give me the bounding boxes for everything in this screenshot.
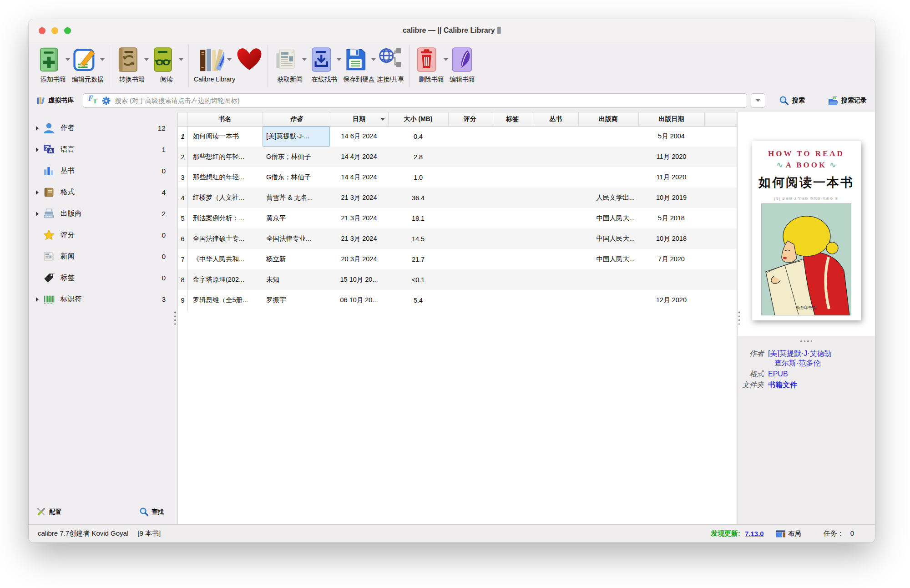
get-books-button[interactable]: 在线找书	[308, 43, 341, 84]
cell-pubdate[interactable]: 5月 2018	[638, 208, 704, 228]
cell-date[interactable]: 14 4月 2024	[330, 147, 388, 167]
cell-authors-selected[interactable]: [美]莫提默·J·...	[263, 126, 330, 147]
cell-title[interactable]: 全国法律硕士专...	[187, 228, 263, 249]
cell-size[interactable]: 36.4	[388, 188, 448, 208]
cell-tags[interactable]	[492, 269, 533, 290]
dropdown-arrow-icon[interactable]	[337, 58, 341, 61]
format-link[interactable]: EPUB	[768, 370, 832, 379]
edit-book-button[interactable]: 编辑书籍	[449, 43, 475, 84]
header-series[interactable]: 丛书	[533, 112, 578, 126]
cell-rating[interactable]	[448, 167, 492, 188]
cell-publisher[interactable]	[578, 126, 638, 147]
cell-tags[interactable]	[492, 208, 533, 228]
save-to-disk-button[interactable]: 保存到硬盘	[342, 43, 376, 84]
cell-rating[interactable]	[448, 147, 492, 167]
expand-arrow-icon[interactable]	[33, 126, 41, 131]
remove-books-button[interactable]: 删除书籍	[415, 43, 448, 84]
sidebar-item-news[interactable]: 新闻 0	[29, 246, 177, 267]
dropdown-arrow-icon[interactable]	[144, 58, 149, 61]
dropdown-arrow-icon[interactable]	[444, 58, 448, 61]
cell-size[interactable]: 0.4	[388, 126, 448, 147]
cell-series[interactable]	[533, 167, 578, 188]
cell-size[interactable]: 18.1	[388, 208, 448, 228]
cell-rating[interactable]	[448, 249, 492, 269]
cell-series[interactable]	[533, 147, 578, 167]
cell-title[interactable]: 罗辑思维（全5册...	[187, 290, 263, 310]
expand-arrow-icon[interactable]	[33, 147, 41, 152]
header-size[interactable]: 大小 (MB)	[388, 112, 448, 126]
author-link[interactable]: 查尔斯·范多伦	[768, 359, 832, 368]
cell-authors[interactable]: 未知	[263, 269, 330, 290]
search-button[interactable]: 搜索	[779, 96, 805, 106]
sidebar-item-formats[interactable]: 格式 4	[29, 182, 177, 203]
expand-arrow-icon[interactable]	[33, 190, 41, 195]
cell-date[interactable]: 20 3月 2024	[330, 249, 388, 269]
cell-series[interactable]	[533, 290, 578, 310]
cell-date[interactable]: 21 3月 2024	[330, 208, 388, 228]
configure-button[interactable]: 配置	[36, 507, 61, 517]
saved-searches-button[interactable]: 搜索记录	[828, 96, 867, 106]
cell-authors[interactable]: 杨立新	[263, 249, 330, 269]
edit-metadata-button[interactable]: 编辑元数据	[71, 43, 105, 84]
fulltext-search-icon[interactable]: F T	[88, 96, 98, 106]
dropdown-arrow-icon[interactable]	[179, 58, 183, 61]
sidebar-item-tags[interactable]: 标签 0	[29, 267, 177, 289]
cell-pubdate[interactable]: 5月 2004	[638, 126, 704, 147]
close-button[interactable]	[39, 27, 46, 34]
cell-pubdate[interactable]: 7月 2020	[638, 249, 704, 269]
sidebar-item-languages[interactable]: A 语言 1	[29, 139, 177, 160]
cell-title[interactable]: 刑法案例分析：...	[187, 208, 263, 228]
cell-authors[interactable]: G僧东；林仙子	[263, 147, 330, 167]
cell-authors[interactable]: 罗振宇	[263, 290, 330, 310]
cell-pubdate[interactable]: 12月 2020	[638, 290, 704, 310]
cell-rating[interactable]	[448, 290, 492, 310]
dropdown-arrow-icon[interactable]	[302, 58, 307, 61]
cell-title[interactable]: 那些想红的年轻...	[187, 167, 263, 188]
sidebar-item-rating[interactable]: 评分 0	[29, 224, 177, 246]
cell-publisher[interactable]	[578, 290, 638, 310]
cell-title[interactable]: 如何阅读一本书	[187, 126, 263, 147]
cell-date[interactable]: 15 10月 20...	[330, 269, 388, 290]
cell-size[interactable]: 1.0	[388, 167, 448, 188]
sidebar-item-authors[interactable]: 作者 12	[29, 117, 177, 139]
add-books-button[interactable]: 添加书籍	[36, 43, 70, 84]
header-title[interactable]: 书名	[187, 112, 263, 126]
cell-tags[interactable]	[492, 249, 533, 269]
donate-button[interactable]	[236, 43, 263, 76]
table-row[interactable]: 9 罗辑思维（全5册... 罗振宇 06 10月 20... 5.4 12月 2…	[178, 290, 737, 310]
sidebar-splitter-handle[interactable]	[174, 312, 176, 325]
cell-publisher[interactable]	[578, 167, 638, 188]
details-splitter-handle[interactable]	[738, 312, 740, 325]
table-row[interactable]: 5 刑法案例分析：... 黄京平 21 3月 2024 18.1 中国人民大..…	[178, 208, 737, 228]
header-pubdate[interactable]: 出版日期	[638, 112, 704, 126]
cell-tags[interactable]	[492, 147, 533, 167]
cell-publisher[interactable]: 中国人民大...	[578, 249, 638, 269]
cell-authors[interactable]: 黄京平	[263, 208, 330, 228]
table-row[interactable]: 2 那些想红的年轻... G僧东；林仙子 14 4月 2024 2.8 11月 …	[178, 147, 737, 167]
cell-rating[interactable]	[448, 188, 492, 208]
cell-tags[interactable]	[492, 188, 533, 208]
cell-pubdate[interactable]: 11月 2020	[638, 167, 704, 188]
sidebar-item-series[interactable]: 丛书 0	[29, 160, 177, 182]
cell-title[interactable]: 红楼梦（人文社...	[187, 188, 263, 208]
cell-size[interactable]: <0.1	[388, 269, 448, 290]
sidebar-item-publisher[interactable]: 出版商 2	[29, 203, 177, 224]
table-row[interactable]: 3 那些想红的年轻... G僧东；林仙子 14 4月 2024 1.0 11月 …	[178, 167, 737, 188]
update-version-link[interactable]: 7.13.0	[745, 530, 764, 537]
table-row[interactable]: 1 如何阅读一本书 [美]莫提默·J·... 14 6月 2024 0.4 5月…	[178, 126, 737, 147]
header-tags[interactable]: 标签	[492, 112, 533, 126]
layout-button[interactable]: 布局	[776, 530, 801, 538]
cell-date[interactable]: 06 10月 20...	[330, 290, 388, 310]
cell-rating[interactable]	[448, 228, 492, 249]
cell-pubdate[interactable]: 10月 2018	[638, 228, 704, 249]
cell-tags[interactable]	[492, 228, 533, 249]
cell-rating[interactable]	[448, 208, 492, 228]
cell-size[interactable]: 14.5	[388, 228, 448, 249]
cell-authors[interactable]: G僧东；林仙子	[263, 167, 330, 188]
minimize-button[interactable]	[51, 27, 58, 34]
author-links[interactable]: [美]莫提默·J·艾德勒 查尔斯·范多伦	[768, 349, 832, 368]
cell-rating[interactable]	[448, 269, 492, 290]
cell-publisher[interactable]: 人民文学出...	[578, 188, 638, 208]
cell-pubdate[interactable]	[638, 269, 704, 290]
cell-date[interactable]: 21 3月 2024	[330, 228, 388, 249]
